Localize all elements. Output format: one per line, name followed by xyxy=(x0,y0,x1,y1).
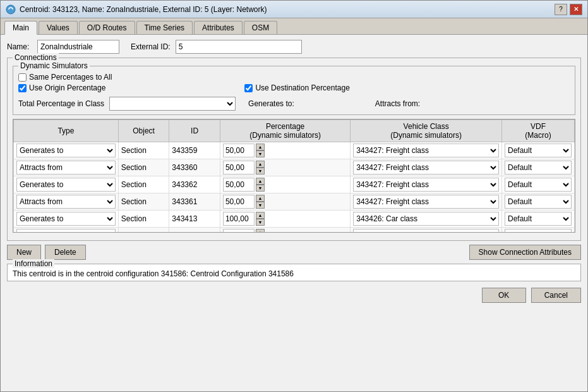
row-1-vdf-select[interactable]: Default xyxy=(505,161,572,175)
row-pct-cell: ▲▼ xyxy=(220,193,350,211)
connections-title: Connections xyxy=(13,53,59,62)
row-2-vc-select[interactable]: 343427: Freight class xyxy=(353,178,499,192)
row-4-vc-select[interactable]: 343426: Car class xyxy=(353,212,499,226)
row-1-spinner-up[interactable]: ▲ xyxy=(256,161,265,168)
row-vdf-cell: Default xyxy=(502,228,575,233)
row-0-spinner-up[interactable]: ▲ xyxy=(256,144,265,150)
row-3-pct-input[interactable] xyxy=(223,195,255,209)
row-5-spinner-up[interactable]: ▲ xyxy=(256,229,265,233)
row-0-vc-select[interactable]: 343427: Freight class xyxy=(353,144,499,157)
table-row: Generates toAttracts fromSection343359▲▼… xyxy=(14,142,575,159)
row-vc-cell: 343426: Car class xyxy=(351,211,502,228)
row-pct-cell: ▲▼ xyxy=(220,176,350,193)
row-pct-cell: ▲▼ xyxy=(220,211,350,228)
row-id-cell: 343361 xyxy=(169,193,220,211)
row-0-pct-input[interactable] xyxy=(223,144,255,157)
name-input[interactable] xyxy=(37,40,119,54)
use-origin-label: Use Origin Percentage xyxy=(29,83,105,92)
options-row: Use Origin Percentage Use Destination Pe… xyxy=(18,83,570,94)
close-button[interactable]: ✕ xyxy=(570,4,582,15)
row-3-vdf-select[interactable]: Default xyxy=(505,195,572,209)
ext-id-label: External ID: xyxy=(131,42,171,51)
help-button[interactable]: ? xyxy=(555,4,567,15)
bottom-btns-left: New Delete xyxy=(7,245,86,260)
row-4-spinner-up[interactable]: ▲ xyxy=(256,212,265,219)
app-icon xyxy=(6,4,16,15)
row-3-vc-select[interactable]: 343427: Freight class xyxy=(353,195,499,209)
table-row: Generates toAttracts fromSection343412▲▼… xyxy=(14,228,575,233)
row-3-spinner-up[interactable]: ▲ xyxy=(256,195,265,202)
row-vc-cell: 343427: Freight class xyxy=(351,193,502,211)
row-2-type-select[interactable]: Generates toAttracts from xyxy=(16,178,116,192)
row-5-pct-input[interactable] xyxy=(223,229,255,233)
row-4-type-select[interactable]: Generates toAttracts from xyxy=(16,212,116,226)
row-vdf-cell: Default xyxy=(502,176,575,193)
tab-od-routes[interactable]: O/D Routes xyxy=(79,21,135,34)
tab-attributes[interactable]: Attributes xyxy=(194,21,243,34)
same-pct-label: Same Percentages to All xyxy=(29,73,112,82)
row-5-vdf-select[interactable]: Default xyxy=(505,229,572,233)
row-vc-cell: 343427: Freight class xyxy=(351,159,502,176)
row-5-vc-select[interactable]: 343426: Car class xyxy=(353,229,499,233)
row-5-type-select[interactable]: Generates toAttracts from xyxy=(16,229,116,233)
same-pct-checkbox[interactable] xyxy=(18,73,27,82)
cancel-button[interactable]: Cancel xyxy=(531,288,581,303)
row-id-cell: 343413 xyxy=(169,211,220,228)
row-2-pct-input[interactable] xyxy=(223,178,255,192)
ok-button[interactable]: OK xyxy=(482,288,526,303)
row-2-spinner-down[interactable]: ▼ xyxy=(256,185,265,192)
delete-button[interactable]: Delete xyxy=(45,245,86,260)
show-connection-button[interactable]: Show Connection Attributes xyxy=(469,245,581,260)
use-dest-checkbox[interactable] xyxy=(244,84,253,92)
col-type: Type xyxy=(14,120,119,142)
row-2-spinner-up[interactable]: ▲ xyxy=(256,178,265,185)
row-type-cell: Generates toAttracts from xyxy=(14,193,119,211)
row-vdf-cell: Default xyxy=(502,159,575,176)
main-content: Name: External ID: Connections Dynamic S… xyxy=(1,35,587,391)
row-4-vdf-select[interactable]: Default xyxy=(505,212,572,226)
tab-osm[interactable]: OSM xyxy=(244,21,277,34)
row-4-pct-input[interactable] xyxy=(223,212,255,226)
dynamic-simulators-group: Dynamic Simulators Same Percentages to A… xyxy=(13,66,575,115)
row-1-spinner-down[interactable]: ▼ xyxy=(256,168,265,175)
use-origin-row: Use Origin Percentage xyxy=(18,83,105,92)
row-0-vdf-select[interactable]: Default xyxy=(505,144,572,157)
footer-buttons: OK Cancel xyxy=(7,285,581,304)
row-vdf-cell: Default xyxy=(502,211,575,228)
row-pct-cell: ▲▼ xyxy=(220,142,350,159)
row-pct-cell: ▲▼ xyxy=(220,228,350,233)
row-1-type-select[interactable]: Generates toAttracts from xyxy=(16,161,116,175)
tab-time-series[interactable]: Time Series xyxy=(136,21,193,34)
new-button[interactable]: New xyxy=(7,245,41,260)
use-origin-checkbox[interactable] xyxy=(18,84,27,92)
row-1-pct-input[interactable] xyxy=(223,161,255,175)
window-title: Centroid: 343123, Name: ZonaIndustriale,… xyxy=(20,5,267,14)
tab-main[interactable]: Main xyxy=(4,21,37,35)
col-object: Object xyxy=(118,120,169,142)
row-object-cell: Section xyxy=(118,211,169,228)
total-pct-select[interactable] xyxy=(109,97,236,111)
total-pct-label: Total Percentage in Class xyxy=(18,99,104,108)
attracts-from-label: Attracts from: xyxy=(375,99,420,108)
name-label: Name: xyxy=(7,42,32,51)
row-3-spinner-down[interactable]: ▼ xyxy=(256,202,265,209)
row-object-cell: Section xyxy=(118,176,169,193)
title-bar-left: Centroid: 343123, Name: ZonaIndustriale,… xyxy=(6,4,267,15)
row-1-vc-select[interactable]: 343427: Freight class xyxy=(353,161,499,175)
row-0-type-select[interactable]: Generates toAttracts from xyxy=(16,144,116,157)
row-vc-cell: 343427: Freight class xyxy=(351,176,502,193)
row-4-spinner-down[interactable]: ▼ xyxy=(256,219,265,226)
row-vc-cell: 343426: Car class xyxy=(351,228,502,233)
col-vdf: VDF(Macro) xyxy=(502,120,575,142)
name-ext-row: Name: External ID: xyxy=(7,40,581,54)
information-group: Information This centroid is in the cent… xyxy=(7,264,581,281)
row-2-vdf-select[interactable]: Default xyxy=(505,178,572,192)
table-row: Generates toAttracts fromSection343360▲▼… xyxy=(14,159,575,176)
row-id-cell: 343359 xyxy=(169,142,220,159)
tab-values[interactable]: Values xyxy=(39,21,78,34)
pct-row: Total Percentage in Class Generates to: … xyxy=(18,97,570,111)
ext-id-input[interactable] xyxy=(176,40,302,54)
row-0-spinner-down[interactable]: ▼ xyxy=(256,150,265,157)
row-3-type-select[interactable]: Generates toAttracts from xyxy=(16,195,116,209)
row-object-cell: Section xyxy=(118,193,169,211)
